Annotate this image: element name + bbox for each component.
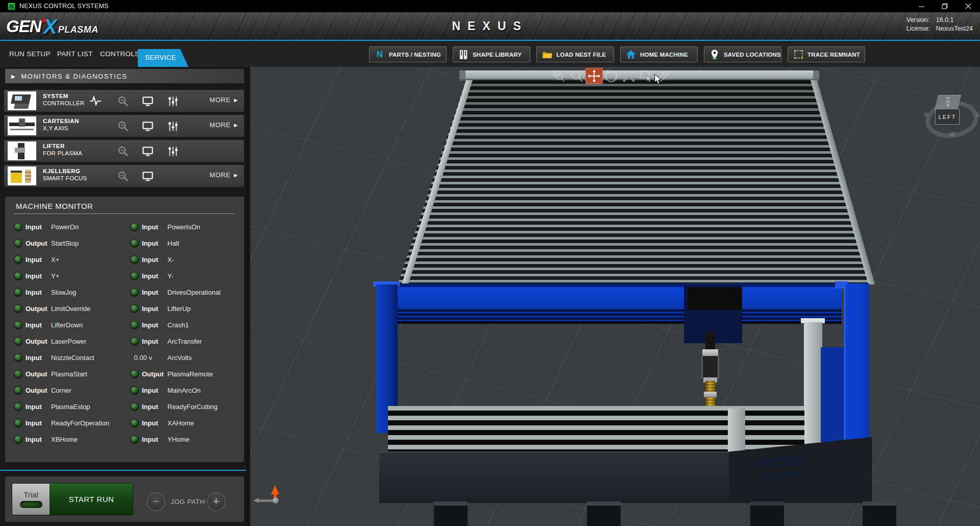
view-cube-front-face[interactable]: LEFT xyxy=(935,109,960,125)
io-name-label: ReadyForOperation xyxy=(51,419,109,427)
io-type-label: Input xyxy=(26,403,42,411)
io-row-xahome: InputXAHome xyxy=(121,415,244,432)
led-indicator xyxy=(130,370,139,378)
device-list: SYSTEMCONTROLLERMORE▶CARTESIANX,Y AXISMO… xyxy=(4,90,244,190)
machine-monitor-panel: MACHINE MONITOR InputPowerOnOutputStartS… xyxy=(5,197,244,462)
view-cube[interactable]: TOP LEFT N W S xyxy=(923,80,980,138)
led-indicator xyxy=(130,337,139,346)
io-row-plasmaestop: InputPlasmaEstop xyxy=(5,399,122,415)
io-row-plasmaremote: OutputPlasmaRemote xyxy=(121,366,244,382)
device-row-kjellberg[interactable]: KJELLBERGSMART FOCUSMORE▶ xyxy=(4,165,244,187)
zoom-tool-tool-icon[interactable] xyxy=(568,68,585,84)
monitors-diagnostics-header[interactable]: ▶ MONITORS & DIAGNOSTICS xyxy=(5,69,244,83)
select-rect-tool-icon[interactable] xyxy=(638,68,655,84)
io-row-lifterup: InputLifterUp xyxy=(121,301,244,317)
led-indicator xyxy=(130,321,139,329)
device-name-line2: X,Y AXIS xyxy=(43,125,79,131)
license-label: License: xyxy=(906,25,936,32)
trace-remnant-button[interactable]: TRACE REMNANT xyxy=(788,46,865,62)
zoom-window-tool-icon[interactable] xyxy=(551,68,568,84)
device-name: KJELLBERGSMART FOCUS xyxy=(43,168,87,181)
monitor-icon[interactable] xyxy=(141,120,154,132)
io-name-label: ReadyForCutting xyxy=(167,403,217,411)
io-row-arcvolts: 0.00 vArcVolts xyxy=(121,350,244,366)
trace-remnant-icon xyxy=(793,50,803,60)
jog-path-plus-button[interactable]: + xyxy=(207,492,226,511)
home-machine-button[interactable]: HOME MACHINE xyxy=(620,46,698,62)
io-name-label: X+ xyxy=(51,256,59,264)
axis-origin-ball xyxy=(273,497,279,504)
start-run-button[interactable]: START RUN xyxy=(50,484,133,515)
tab-service[interactable]: SERVICE xyxy=(138,49,188,67)
device-row-system[interactable]: SYSTEMCONTROLLERMORE▶ xyxy=(4,90,244,112)
plasma-thumbnail xyxy=(8,166,36,185)
zoom-icon[interactable] xyxy=(116,95,130,107)
io-row-corner: OutputCorner xyxy=(5,382,122,399)
rotate-tool-icon[interactable] xyxy=(603,68,620,84)
saved-locations-button[interactable]: SAVED LOCATIONS xyxy=(704,46,781,62)
more-button[interactable]: MORE▶ xyxy=(210,96,238,104)
view-cube-front-label: LEFT xyxy=(939,114,957,120)
expand-triangle-icon: ▶ xyxy=(11,74,16,79)
more-label: MORE xyxy=(210,96,231,104)
tab-run-setup[interactable]: RUN SETUP xyxy=(9,41,51,67)
io-name-label: XAHome xyxy=(167,419,194,427)
monitor-icon[interactable] xyxy=(141,170,154,182)
io-type-label: Input xyxy=(142,240,158,247)
divider xyxy=(14,213,235,214)
device-row-lifter[interactable]: LIFTERFOR PLASMA xyxy=(4,140,244,162)
more-button[interactable]: MORE▶ xyxy=(210,171,238,179)
load-nest-file-button[interactable]: LOAD NEST FILE xyxy=(536,46,614,62)
zoom-icon[interactable] xyxy=(116,145,130,157)
io-name-label: Halt xyxy=(167,240,179,247)
io-type-label: Input xyxy=(142,272,158,280)
trial-label: Trial xyxy=(23,490,38,499)
pulse-icon[interactable] xyxy=(89,95,102,107)
io-name-label: LimitOverride xyxy=(51,305,90,313)
plasma-torch-collar xyxy=(704,392,717,397)
tab-part-list[interactable]: PART LIST xyxy=(57,41,92,67)
compass-w: W xyxy=(949,131,955,138)
led-indicator xyxy=(14,435,22,444)
io-name-label: YHome xyxy=(167,436,189,443)
monitor-icon[interactable] xyxy=(141,145,154,157)
close-button[interactable] xyxy=(957,0,980,12)
io-type-label: Output xyxy=(26,305,47,313)
pan-tool-icon[interactable] xyxy=(585,68,603,84)
io-type-label: Input xyxy=(26,436,42,443)
zoom-icon[interactable] xyxy=(116,170,130,182)
io-row-drivesoperational: InputDrivesOperational xyxy=(121,284,244,301)
io-row-y: InputY+ xyxy=(5,268,122,284)
tab-controls[interactable]: CONTROLS xyxy=(100,41,139,67)
minimize-button[interactable] xyxy=(910,0,933,12)
io-row-yhome: InputYHome xyxy=(121,432,244,448)
device-row-cartesian[interactable]: CARTESIANX,Y AXISMORE▶ xyxy=(4,115,244,137)
gantry-beam xyxy=(376,287,842,307)
jog-path-minus-button[interactable]: − xyxy=(146,492,165,511)
io-row-limitoverride: OutputLimitOverride xyxy=(5,301,122,317)
more-button[interactable]: MORE▶ xyxy=(210,121,238,129)
sidebar-gutter xyxy=(246,67,250,526)
led-indicator xyxy=(130,402,139,411)
sliders-icon[interactable] xyxy=(166,120,180,132)
zoom-icon[interactable] xyxy=(116,120,130,132)
io-row-powerison: InputPowerIsOn xyxy=(121,219,244,235)
io-name-label: NozzleContact xyxy=(51,354,94,362)
start-run-label: START RUN xyxy=(69,495,114,504)
machine-foot xyxy=(863,501,896,526)
view-cube-top-face[interactable]: TOP xyxy=(935,95,961,109)
device-name: CARTESIANX,Y AXIS xyxy=(43,118,79,131)
license-value: NexusTest24 xyxy=(936,25,973,32)
sliders-icon[interactable] xyxy=(166,95,180,107)
zoom-extents-tool-icon[interactable] xyxy=(620,68,638,84)
shape-library-button[interactable]: SHAPE LIBRARY xyxy=(453,46,530,62)
restore-button[interactable] xyxy=(933,0,957,12)
machine-3d-viewport[interactable]: LANCER Series TOP LEFT N W S xyxy=(250,67,980,526)
mouse-cursor xyxy=(654,74,662,86)
parts-nesting-button[interactable]: NPARTS / NESTING xyxy=(369,46,447,62)
monitor-icon[interactable] xyxy=(141,95,154,107)
io-row-poweron: InputPowerOn xyxy=(5,219,122,235)
trial-toggle[interactable]: Trial xyxy=(12,484,50,515)
sliders-icon[interactable] xyxy=(166,145,180,157)
run-group: Trial START RUN xyxy=(12,483,133,515)
